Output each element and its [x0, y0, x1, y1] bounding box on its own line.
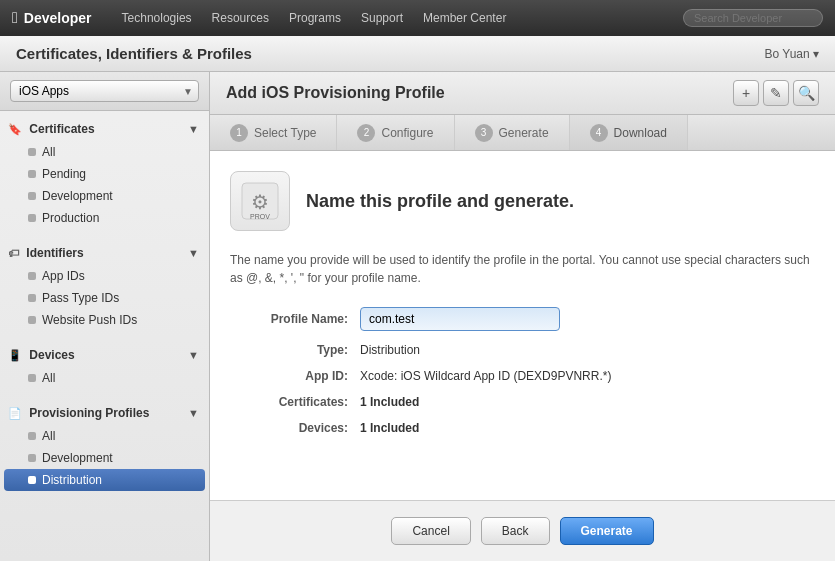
sidebar-item-devices-all[interactable]: All — [0, 367, 209, 389]
sidebar-item-certs-all[interactable]: All — [0, 141, 209, 163]
sidebar-section-devices: 📱 Devices ▼ All — [0, 337, 209, 395]
app-id-value: Xcode: iOS Wildcard App ID (DEXD9PVNRR.*… — [360, 369, 611, 383]
step-label-configure: Configure — [381, 126, 433, 140]
dropdown-wrapper: iOS Apps Mac Apps tvOS Apps ▼ — [10, 80, 199, 102]
form-row-profile-name: Profile Name: — [230, 307, 815, 331]
bullet-icon — [28, 374, 36, 382]
step-number-3: 3 — [475, 124, 493, 142]
provisioning-icon: 📄 — [8, 407, 22, 419]
content-header: Add iOS Provisioning Profile + ✎ 🔍 — [210, 72, 835, 115]
sidebar-section-header-provisioning[interactable]: 📄 Provisioning Profiles ▼ — [0, 401, 209, 425]
step-label-generate: Generate — [499, 126, 549, 140]
sidebar-item-prov-development[interactable]: Development — [0, 447, 209, 469]
section-label-devices: 📱 Devices — [8, 348, 75, 362]
profile-name-input[interactable] — [360, 307, 560, 331]
search-button[interactable]: 🔍 — [793, 80, 819, 106]
bullet-icon — [28, 454, 36, 462]
generate-button[interactable]: Generate — [560, 517, 654, 545]
sidebar-item-prov-all[interactable]: All — [0, 425, 209, 447]
user-menu[interactable]: Bo Yuan ▾ — [765, 47, 820, 61]
bullet-icon — [28, 432, 36, 440]
search-input[interactable] — [683, 9, 823, 27]
svg-text:⚙: ⚙ — [251, 191, 269, 213]
bullet-icon — [28, 272, 36, 280]
nav-technologies[interactable]: Technologies — [122, 11, 192, 25]
chevron-certificates-icon: ▼ — [188, 123, 199, 135]
certificates-icon: 🔖 — [8, 123, 22, 135]
nav-links: Technologies Resources Programs Support … — [122, 11, 507, 25]
app-id-label: App ID: — [230, 369, 360, 383]
cancel-button[interactable]: Cancel — [391, 517, 470, 545]
sidebar-section-certificates: 🔖 Certificates ▼ All Pending Development… — [0, 111, 209, 235]
step-configure: 2 Configure — [337, 115, 454, 150]
sidebar-item-certs-production[interactable]: Production — [0, 207, 209, 229]
sidebar-item-website-push-ids[interactable]: Website Push IDs — [0, 309, 209, 331]
bullet-icon — [28, 476, 36, 484]
devices-value: 1 Included — [360, 421, 419, 435]
sidebar-section-identifiers: 🏷 Identifiers ▼ App IDs Pass Type IDs We… — [0, 235, 209, 337]
step-generate: 3 Generate — [455, 115, 570, 150]
profile-name-label: Profile Name: — [230, 312, 360, 326]
sidebar-section-header-identifiers[interactable]: 🏷 Identifiers ▼ — [0, 241, 209, 265]
bullet-icon — [28, 294, 36, 302]
sidebar-item-app-ids[interactable]: App IDs — [0, 265, 209, 287]
sidebar-section-header-devices[interactable]: 📱 Devices ▼ — [0, 343, 209, 367]
sidebar-section-provisioning: 📄 Provisioning Profiles ▼ All Developmen… — [0, 395, 209, 497]
section-label-provisioning: 📄 Provisioning Profiles — [8, 406, 149, 420]
platform-dropdown[interactable]: iOS Apps Mac Apps tvOS Apps — [10, 80, 199, 102]
page-title: Certificates, Identifiers & Profiles — [16, 45, 252, 62]
chevron-devices-icon: ▼ — [188, 349, 199, 361]
platform-dropdown-container: iOS Apps Mac Apps tvOS Apps ▼ — [0, 72, 209, 111]
steps-bar: 1 Select Type 2 Configure 3 Generate 4 D… — [210, 115, 835, 151]
edit-button[interactable]: ✎ — [763, 80, 789, 106]
description-text: The name you provide will be used to ide… — [230, 251, 815, 287]
buttons-row: Cancel Back Generate — [210, 500, 835, 561]
step-select-type: 1 Select Type — [210, 115, 337, 150]
sidebar-section-header-certificates[interactable]: 🔖 Certificates ▼ — [0, 117, 209, 141]
type-value: Distribution — [360, 343, 420, 357]
devices-icon: 📱 — [8, 349, 22, 361]
step-number-1: 1 — [230, 124, 248, 142]
main-layout: iOS Apps Mac Apps tvOS Apps ▼ 🔖 Certific… — [0, 72, 835, 561]
svg-text:PROV: PROV — [250, 213, 270, 220]
identifiers-icon: 🏷 — [8, 247, 19, 259]
step-download: 4 Download — [570, 115, 688, 150]
sidebar-item-certs-pending[interactable]: Pending — [0, 163, 209, 185]
step-number-2: 2 — [357, 124, 375, 142]
content-title: Add iOS Provisioning Profile — [226, 84, 445, 102]
bullet-icon — [28, 214, 36, 222]
sidebar-item-prov-distribution[interactable]: Distribution — [4, 469, 205, 491]
devices-label: Devices: — [230, 421, 360, 435]
top-navigation:  Developer Technologies Resources Progr… — [0, 0, 835, 36]
logo-text: Developer — [24, 10, 92, 26]
sidebar: iOS Apps Mac Apps tvOS Apps ▼ 🔖 Certific… — [0, 72, 210, 561]
content-actions: + ✎ 🔍 — [733, 80, 819, 106]
nav-resources[interactable]: Resources — [212, 11, 269, 25]
chevron-provisioning-icon: ▼ — [188, 407, 199, 419]
logo:  Developer — [12, 9, 92, 27]
prov-icon-svg: ⚙ PROV — [240, 181, 280, 221]
certificates-label: Certificates: — [230, 395, 360, 409]
step-number-4: 4 — [590, 124, 608, 142]
nav-programs[interactable]: Programs — [289, 11, 341, 25]
profile-header: ⚙ PROV Name this profile and generate. — [230, 171, 815, 231]
back-button[interactable]: Back — [481, 517, 550, 545]
apple-logo-icon:  — [12, 9, 18, 27]
content-body: ⚙ PROV Name this profile and generate. T… — [210, 151, 835, 500]
main-heading: Name this profile and generate. — [306, 191, 574, 212]
form-row-app-id: App ID: Xcode: iOS Wildcard App ID (DEXD… — [230, 369, 815, 383]
sidebar-item-pass-type-ids[interactable]: Pass Type IDs — [0, 287, 209, 309]
nav-support[interactable]: Support — [361, 11, 403, 25]
form-row-type: Type: Distribution — [230, 343, 815, 357]
section-label-identifiers: 🏷 Identifiers — [8, 246, 84, 260]
form-row-devices: Devices: 1 Included — [230, 421, 815, 435]
type-label: Type: — [230, 343, 360, 357]
certificates-value: 1 Included — [360, 395, 419, 409]
bullet-icon — [28, 148, 36, 156]
bullet-icon — [28, 170, 36, 178]
sidebar-item-certs-development[interactable]: Development — [0, 185, 209, 207]
nav-member-center[interactable]: Member Center — [423, 11, 506, 25]
step-label-select-type: Select Type — [254, 126, 316, 140]
profile-icon: ⚙ PROV — [230, 171, 290, 231]
add-button[interactable]: + — [733, 80, 759, 106]
